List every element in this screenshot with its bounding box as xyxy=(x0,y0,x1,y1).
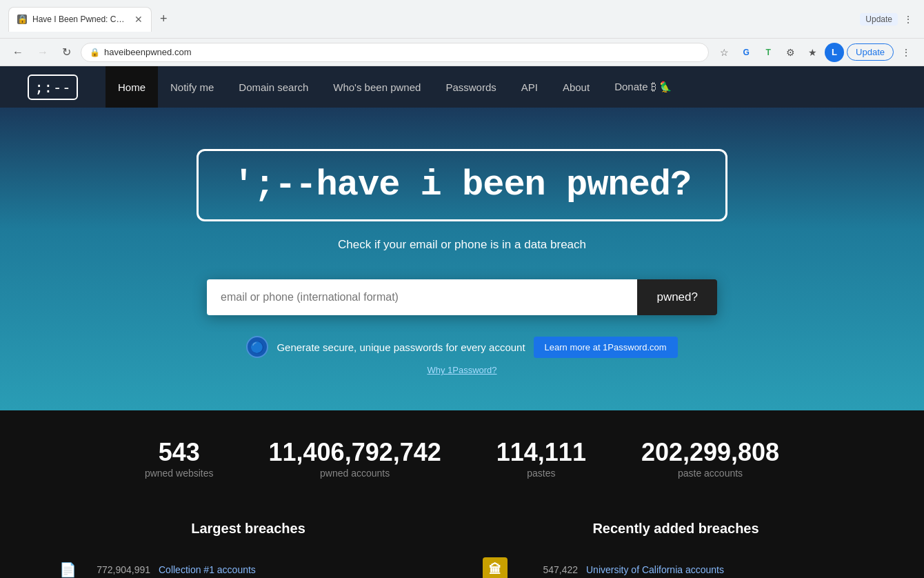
stat-number: 543 xyxy=(145,438,214,467)
browser-toolbar: ← → ↻ 🔒 haveibeenpwned.com ☆ G T ⚙ ★ L U… xyxy=(0,39,924,66)
stat-number: 202,299,808 xyxy=(641,438,779,467)
promo-btn[interactable]: Learn more at 1Password.com xyxy=(534,337,678,358)
back-btn[interactable]: ← xyxy=(8,43,28,61)
active-tab[interactable]: 🔒 Have I Been Pwned: Check if y... ✕ xyxy=(8,7,152,32)
tab-title: Have I Been Pwned: Check if y... xyxy=(32,14,129,24)
tab-favicon: 🔒 xyxy=(17,14,27,24)
nav-notify[interactable]: Notify me xyxy=(158,66,226,108)
browser-chrome: 🔒 Have I Been Pwned: Check if y... ✕ + U… xyxy=(0,0,924,39)
stat-item: 543pwned websites xyxy=(145,438,214,479)
profile-btn[interactable]: L xyxy=(825,43,844,62)
search-btn[interactable]: pwned? xyxy=(637,279,717,315)
translate-btn[interactable]: G xyxy=(736,43,756,62)
stat-label: paste accounts xyxy=(678,468,743,479)
nav-links: Home Notify me Domain search Who's been … xyxy=(106,66,685,108)
largest-breaches-column: Largest breaches 📄 772,904,991 Collectio… xyxy=(55,521,441,578)
extensions-btn[interactable]: ⚙ xyxy=(781,43,800,62)
password-promo: 🔵 Generate secure, unique passwords for … xyxy=(14,336,910,358)
stat-item: 11,406,792,742pwned accounts xyxy=(269,438,441,479)
why-1password-link[interactable]: Why 1Password? xyxy=(427,365,496,375)
stat-number: 114,111 xyxy=(496,438,586,467)
stat-label: pastes xyxy=(527,468,555,479)
menu-btn[interactable]: ⋮ xyxy=(901,12,916,26)
breach-name[interactable]: Collection #1 accounts xyxy=(159,564,441,575)
breach-logo: 🏛 xyxy=(483,557,508,578)
nav-donate[interactable]: Donate ₿ 🦜 xyxy=(602,66,685,108)
largest-breaches-title: Largest breaches xyxy=(55,521,441,537)
refresh-btn[interactable]: ↻ xyxy=(58,43,75,61)
breaches-section: Largest breaches 📄 772,904,991 Collectio… xyxy=(0,507,924,578)
nav-home[interactable]: Home xyxy=(106,66,158,108)
hero-title-box: ';--have i been pwned? xyxy=(197,149,728,221)
stats-section: 543pwned websites11,406,792,742pwned acc… xyxy=(0,410,924,507)
star-btn[interactable]: ★ xyxy=(803,43,822,62)
nav-about[interactable]: About xyxy=(550,66,602,108)
nav-passwords[interactable]: Passwords xyxy=(433,66,508,108)
lock-icon: 🔒 xyxy=(90,48,100,57)
breach-item: 📄 772,904,991 Collection #1 accounts xyxy=(55,550,441,578)
search-bar-container: pwned? xyxy=(207,279,717,315)
onepassword-logo: 🔵 xyxy=(246,336,268,358)
stat-label: pwned accounts xyxy=(320,468,390,479)
toolbar-icons: ☆ G T ⚙ ★ L Update ⋮ xyxy=(714,43,916,62)
breach-count: 547,422 xyxy=(516,564,578,575)
browser-tabs: 🔒 Have I Been Pwned: Check if y... ✕ + xyxy=(8,7,854,32)
breach-count: 772,904,991 xyxy=(88,564,150,575)
stat-item: 114,111pastes xyxy=(496,438,586,479)
recent-breach-list: 🏛 547,422 University of California accou… xyxy=(483,550,869,578)
recent-breaches-title: Recently added breaches xyxy=(483,521,869,537)
forward-btn[interactable]: → xyxy=(33,43,52,61)
url-display: haveibeenpwned.com xyxy=(104,47,191,57)
stat-number: 11,406,792,742 xyxy=(269,438,441,467)
hero-subtitle: Check if your email or phone is in a dat… xyxy=(14,238,910,252)
site-logo[interactable]: ;:-- xyxy=(28,74,78,100)
breach-name[interactable]: University of California accounts xyxy=(586,564,869,575)
nav-domain[interactable]: Domain search xyxy=(226,66,321,108)
largest-breach-list: 📄 772,904,991 Collection #1 accounts 📧 7… xyxy=(55,550,441,578)
chrome-menu-btn[interactable]: ⋮ xyxy=(896,43,916,62)
nav-api[interactable]: API xyxy=(509,66,550,108)
bookmark-btn[interactable]: ☆ xyxy=(714,43,734,62)
search-input[interactable] xyxy=(207,279,637,315)
recent-breaches-column: Recently added breaches 🏛 547,422 Univer… xyxy=(483,521,869,578)
update-btn[interactable]: Update xyxy=(860,13,898,26)
nav-whos-pwned[interactable]: Who's been pwned xyxy=(321,66,433,108)
translate2-btn[interactable]: T xyxy=(759,43,778,62)
address-bar[interactable]: 🔒 haveibeenpwned.com xyxy=(81,43,709,62)
breach-item: 🏛 547,422 University of California accou… xyxy=(483,550,869,578)
breach-icon: 📄 xyxy=(55,557,80,578)
hero-title: ';--have i been pwned? xyxy=(233,165,692,206)
promo-text: Generate secure, unique passwords for ev… xyxy=(277,341,525,353)
update-chrome-btn[interactable]: Update xyxy=(847,43,894,61)
new-tab-btn[interactable]: + xyxy=(154,9,173,29)
hero-section: ';--have i been pwned? Check if your ema… xyxy=(0,108,924,410)
stat-label: pwned websites xyxy=(145,468,214,479)
stat-item: 202,299,808paste accounts xyxy=(641,438,779,479)
tab-close-btn[interactable]: ✕ xyxy=(134,14,143,25)
site-nav: ;:-- Home Notify me Domain search Who's … xyxy=(0,66,924,108)
